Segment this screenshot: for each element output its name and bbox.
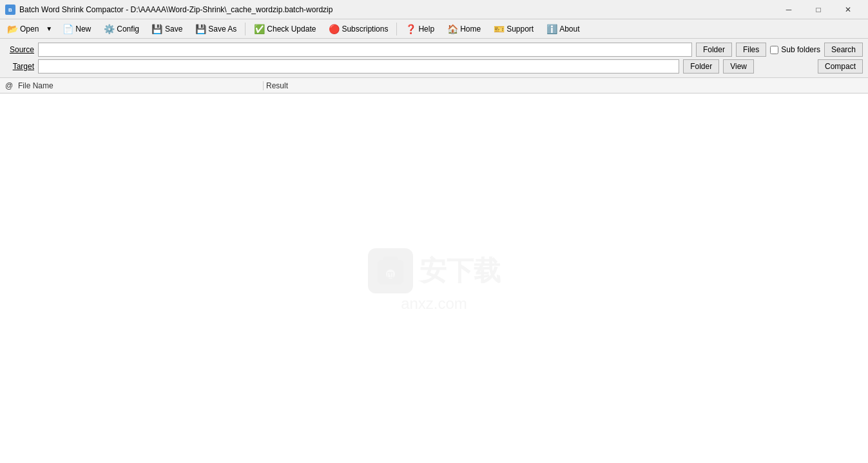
subfolders-text: Sub folders [781,45,820,54]
open-menu-group: 📂 Open ▼ [3,21,55,37]
config-menu-item[interactable]: ⚙️ Config [98,21,145,37]
saveas-icon: 💾 [195,24,206,34]
toolbar-area: Source Folder Files Sub folders Search T… [0,39,868,78]
source-row: Source Folder Files Sub folders Search [5,43,863,57]
help-label: Help [418,25,434,34]
minimize-button[interactable]: ─ [774,0,804,19]
checkupdate-icon: ✅ [254,24,264,34]
subscriptions-icon: 🔴 [329,24,339,34]
source-label: Source [5,45,34,54]
support-icon: 🎫 [494,24,504,34]
home-menu-item[interactable]: 🏠 Home [441,21,487,37]
support-menu-item[interactable]: 🎫 Support [488,21,539,37]
save-label: Save [165,25,182,34]
new-menu-item[interactable]: 📄 New [57,21,97,37]
table-header: @ File Name Result [0,78,868,94]
about-menu-item[interactable]: ℹ️ About [541,21,585,37]
save-menu-item[interactable]: 💾 Save [146,21,188,37]
help-icon: ❓ [405,24,416,34]
subscriptions-label: Subscriptions [342,25,388,34]
about-icon: ℹ️ [546,24,557,34]
source-folder-button[interactable]: Folder [696,43,732,57]
open-dropdown-arrow[interactable]: ▼ [43,21,55,37]
save-icon: 💾 [152,24,162,34]
menu-separator-2 [396,23,397,35]
compact-button[interactable]: Compact [818,59,863,74]
subscriptions-menu-item[interactable]: 🔴 Subscriptions [323,21,394,37]
open-label: Open [20,25,39,34]
saveas-label: Save As [208,25,236,34]
content-area: @ File Name Result ⚿ 安下载 anxz.com [0,78,868,463]
svg-point-4 [386,270,395,279]
target-folder-button[interactable]: Folder [683,59,719,74]
open-menu-item[interactable]: 📂 Open [3,21,43,37]
support-label: Support [506,25,534,34]
target-row: Target Folder View Compact [5,59,863,74]
config-icon: ⚙️ [104,24,114,34]
home-label: Home [460,25,481,34]
window-title: Batch Word Shrink Compactor - D:\AAAAA\W… [19,5,774,14]
checkupdate-label: Check Update [267,25,316,34]
app-icon: B [5,5,15,15]
help-menu-item[interactable]: ❓ Help [400,21,440,37]
svg-text:B: B [8,7,12,13]
col-at-header: @ [3,81,15,90]
new-icon: 📄 [63,24,73,34]
checkupdate-menu-item[interactable]: ✅ Check Update [248,21,322,37]
target-input[interactable] [38,59,679,74]
window-controls: ─ □ ✕ [774,0,863,19]
app-window: B Batch Word Shrink Compactor - D:\AAAAA… [0,0,868,463]
svg-rect-2 [378,260,403,284]
saveas-menu-item[interactable]: 💾 Save As [189,21,242,37]
menu-bar: 📂 Open ▼ 📄 New ⚙️ Config 💾 Save 💾 Save A… [0,19,868,39]
close-button[interactable]: ✕ [833,0,863,19]
title-bar: B Batch Word Shrink Compactor - D:\AAAAA… [0,0,868,19]
svg-text:⚿: ⚿ [387,271,394,279]
menu-separator-1 [245,23,246,35]
watermark-text: 安下载 [420,253,501,289]
home-icon: 🏠 [447,24,458,34]
source-files-button[interactable]: Files [736,43,766,57]
watermark-subtext: anxz.com [401,295,467,313]
svg-rect-3 [383,257,398,264]
subfolders-checkbox[interactable] [770,46,778,54]
watermark: ⚿ 安下载 anxz.com [368,248,501,293]
search-button[interactable]: Search [824,43,863,57]
about-label: About [559,25,579,34]
col-result-header: Result [264,81,865,90]
maximize-button[interactable]: □ [804,0,833,19]
watermark-icon: ⚿ [368,248,413,293]
subfolders-label: Sub folders [770,45,820,54]
open-icon: 📂 [7,24,17,34]
col-filename-header: File Name [15,81,264,90]
target-label: Target [5,62,34,71]
target-view-button[interactable]: View [723,59,754,74]
source-input[interactable] [38,43,692,57]
config-label: Config [117,25,139,34]
new-label: New [75,25,91,34]
